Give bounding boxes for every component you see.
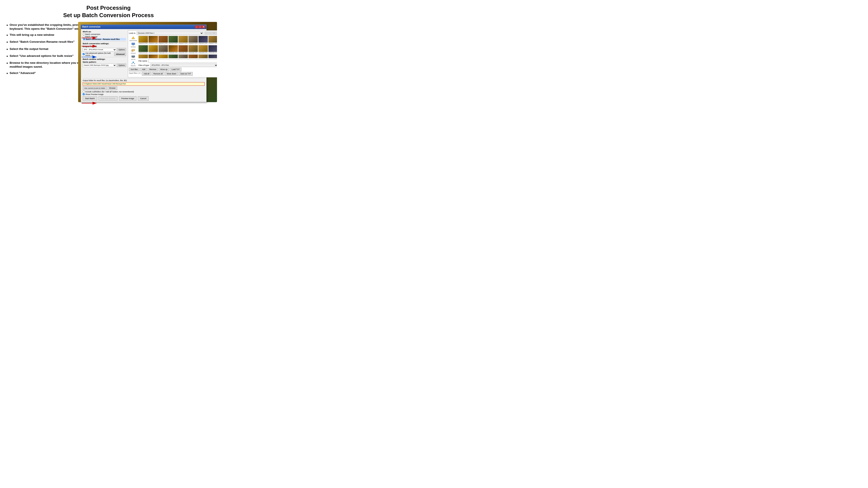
content-area: Once you've established the cropping lim… <box>6 23 211 78</box>
svg-rect-4 <box>132 49 135 51</box>
dialog-main-row: Work as: Batch conversion Batch rename <box>83 30 205 77</box>
thumbnail-11[interactable]: P3261081.JPG <box>168 45 178 54</box>
move-up-button[interactable]: Move up <box>159 68 169 71</box>
move-down-button[interactable]: Move down <box>165 72 178 76</box>
dialog-body: Work as: Batch conversion Batch rename <box>81 29 206 102</box>
show-preview-row: Show Preview image <box>83 93 205 95</box>
page-title: Post Processing Set up Batch Conversion … <box>6 4 211 19</box>
run-test-rename-button[interactable]: Run test rename <box>98 96 118 101</box>
thumbnail-20[interactable] <box>178 55 188 58</box>
dialog-maximize-button[interactable]: □ <box>198 25 202 28</box>
quick-access-icon <box>131 36 135 40</box>
dialog-minimize-button[interactable]: ─ <box>195 25 198 28</box>
thumbnail-19[interactable] <box>168 55 178 58</box>
thumbnail-7[interactable]: P3261077.JPG <box>208 36 217 44</box>
name-pattern-options-button[interactable]: Options <box>117 64 126 67</box>
format-options-button[interactable]: Options <box>117 48 126 52</box>
thumbnail-22[interactable] <box>198 55 208 58</box>
look-in-select[interactable]: Tanzania 1999 Raw 1 <box>137 31 204 35</box>
use-current-button[interactable]: Use current (Look in) folder <box>83 86 107 90</box>
remove-button[interactable]: Remove <box>148 68 158 71</box>
thumbnail-10[interactable]: P3261080.JPG <box>158 45 168 54</box>
thumbnail-8[interactable]: P3261078.JPG <box>138 45 148 54</box>
thumbnail-9[interactable]: P3261079.JPG <box>148 45 158 54</box>
output-path-display: G:\Digitized Slides\1983 Hawaii\Hawaii 1… <box>83 82 205 86</box>
dialog-left-panel: Work as: Batch conversion Batch rename <box>83 30 126 77</box>
add-all-button[interactable]: Add all <box>142 72 151 76</box>
thumbnail-23[interactable] <box>208 55 217 58</box>
thumbnail-3[interactable]: P3261073.JPG <box>168 36 178 44</box>
use-advanced-checkbox[interactable] <box>83 53 85 55</box>
radio-batch-conv-rename[interactable]: Batch conversion - Rename result files <box>83 38 126 40</box>
thumbnail-2[interactable]: P3261072.JPG <box>158 36 168 44</box>
desktop-icon <box>131 42 135 46</box>
network-icon <box>131 61 135 65</box>
view-button[interactable]: ≡ <box>216 31 217 35</box>
libraries-icon <box>131 48 135 52</box>
batch-rename-settings-label: Batch rename settings: <box>83 58 126 60</box>
sidebar-desktop[interactable]: Desktop <box>131 42 135 47</box>
svg-rect-5 <box>131 56 135 58</box>
files-of-type-row: Files of type: JPG/JPEG - JPG Files <box>138 64 217 67</box>
thumbnail-17[interactable] <box>148 55 158 58</box>
save-as-txt-button[interactable]: Save as TXT <box>179 72 193 76</box>
work-as-label: Work as: <box>83 30 126 33</box>
thumbnail-grid-row2: P3261078.JPG P3261079.JPG P3261080.JPG P… <box>138 45 217 54</box>
browse-button[interactable]: Browse <box>107 86 117 90</box>
thumbnail-14[interactable]: P3261084.JPG <box>198 45 208 54</box>
dialog-titlebar: Batch conversion ─ □ ✕ <box>81 25 206 29</box>
output-format-select[interactable]: JPG - JPG/JPEG Format <box>83 48 117 52</box>
thumbnail-1[interactable]: P3261071.JPG <box>148 36 158 44</box>
sidebar-this-pc[interactable]: This PC <box>131 55 135 60</box>
bottom-section: Output folder for result files: (or plac… <box>83 78 205 101</box>
svg-rect-2 <box>132 45 134 45</box>
checkbox-area: Include subfolders (for 'Add all' button… <box>83 91 205 95</box>
sidebar-network[interactable]: Network <box>131 61 135 66</box>
sort-files-button[interactable]: Sort files <box>129 68 140 71</box>
start-batch-button[interactable]: Start Batch <box>83 96 97 101</box>
thumbnail-6[interactable]: P3261076.JPG <box>198 36 208 44</box>
dialog-close-button[interactable]: ✕ <box>202 25 205 28</box>
cancel-button[interactable]: Cancel <box>138 96 149 101</box>
remove-all-button[interactable]: Remove all <box>152 72 164 76</box>
thumbnail-13[interactable]: P3261083.JPG <box>188 45 198 54</box>
thumbnail-21[interactable] <box>188 55 198 58</box>
look-in-bar: Look in: Tanzania 1999 Raw 1 ← ↑ + ≡ <box>129 31 217 35</box>
add-button[interactable]: Add <box>140 68 147 71</box>
nav-up-button[interactable]: ↑ <box>208 31 212 35</box>
browser-main: P3261070.JPG P3261071.JPG P3261072.JPG P… <box>138 36 217 67</box>
name-pattern-row: Hawaii 1983 Backups 2####.jpg Options <box>83 64 126 67</box>
include-subfolders-checkbox[interactable] <box>83 91 85 93</box>
svg-point-8 <box>131 63 132 64</box>
name-pattern-select[interactable]: Hawaii 1983 Backups 2####.jpg <box>83 64 117 67</box>
new-folder-button[interactable]: + <box>212 31 216 35</box>
work-as-radio-group: Batch conversion Batch rename Batch conv… <box>83 33 126 40</box>
files-of-type-select[interactable]: JPG/JPEG - JPG Files <box>150 64 217 67</box>
radio-batch-rename[interactable]: Batch rename <box>83 36 126 38</box>
thumbnail-16[interactable] <box>138 55 148 58</box>
file-name-input[interactable] <box>148 59 217 63</box>
load-txt-button[interactable]: Load TXT <box>170 68 181 71</box>
file-name-label: File name: <box>138 60 148 62</box>
window-container: Batch conversion ─ □ ✕ Work as: <box>78 22 217 102</box>
show-preview-checkbox[interactable] <box>83 93 85 95</box>
thumbnail-5[interactable]: P3261075.JPG <box>188 36 198 44</box>
thumbnail-4[interactable]: P3261074.JPG <box>178 36 188 44</box>
thumbnail-12[interactable]: P3261082.JPG <box>178 45 188 54</box>
advanced-button[interactable]: Advanced <box>114 53 126 56</box>
batch-conversion-dialog[interactable]: Batch conversion ─ □ ✕ Work as: <box>81 25 207 102</box>
thumbnail-0[interactable]: P3261070.JPG <box>138 36 148 44</box>
browser-sidebar: Quick access Desktop <box>129 36 137 67</box>
thumbnail-18[interactable] <box>158 55 168 58</box>
radio-batch-conversion[interactable]: Batch conversion <box>83 33 126 35</box>
sidebar-quick-access[interactable]: Quick access <box>129 36 137 41</box>
sidebar-libraries[interactable]: Libraries <box>131 48 135 54</box>
thumbnail-grid-row1: P3261070.JPG P3261071.JPG P3261072.JPG P… <box>138 36 217 44</box>
page: Post Processing Set up Batch Conversion … <box>0 0 217 122</box>
dialog-title: Batch conversion <box>82 26 100 28</box>
nav-back-button[interactable]: ← <box>205 31 208 35</box>
browser-toolbar: ← ↑ + ≡ <box>205 31 217 35</box>
action-buttons: Start Batch Run test rename Preview imag… <box>83 96 205 101</box>
preview-image-button[interactable]: Preview image <box>119 96 136 101</box>
thumbnail-15[interactable]: P3261085.JPG <box>208 45 217 54</box>
